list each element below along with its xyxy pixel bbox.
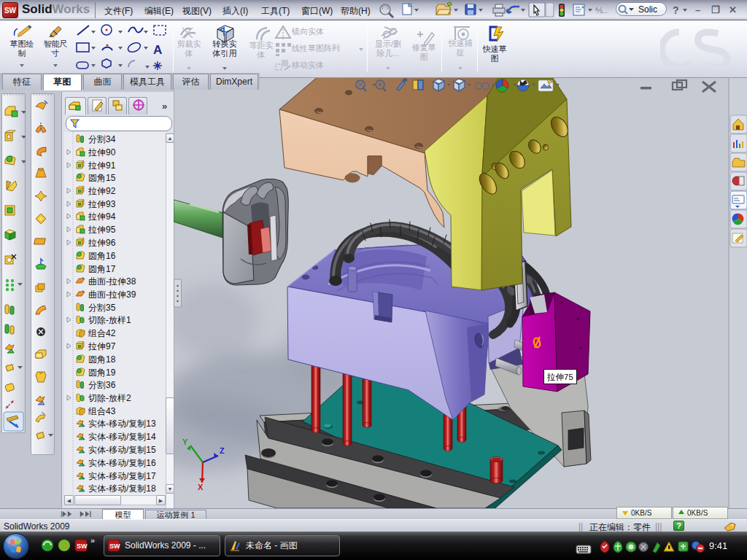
svg-text:SW: SW — [109, 542, 120, 550]
svg-text:X: X — [198, 483, 204, 491]
svg-text:A: A — [153, 43, 162, 57]
svg-text:»: » — [162, 101, 167, 112]
svg-text:SW: SW — [77, 542, 88, 550]
svg-text:拉伸75: 拉伸75 — [546, 373, 573, 381]
svg-text:Z: Z — [220, 446, 225, 455]
svg-text:Y: Y — [182, 438, 188, 446]
svg-text:⅍..: ⅍.. — [595, 6, 607, 15]
